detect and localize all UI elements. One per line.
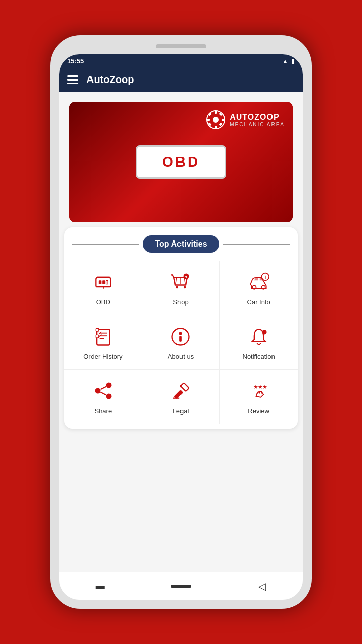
svg-rect-13 — [106, 280, 108, 284]
svg-point-16 — [176, 286, 179, 289]
svg-rect-15 — [97, 276, 110, 278]
svg-point-38 — [95, 388, 100, 394]
order-history-icon — [91, 325, 115, 349]
svg-point-1 — [213, 117, 219, 123]
grid-item-order-history[interactable]: Order History — [64, 315, 142, 370]
svg-point-39 — [106, 394, 111, 399]
grid-item-obd[interactable]: OBD — [64, 261, 142, 315]
shop-icon: ♥ — [168, 270, 193, 294]
svg-point-37 — [106, 383, 111, 388]
nav-recent-icon — [96, 581, 105, 591]
activities-title-badge: Top Activities — [143, 235, 219, 253]
obd-icon — [91, 270, 115, 294]
legal-label: Legal — [173, 407, 189, 415]
svg-rect-4 — [207, 119, 210, 121]
banner[interactable]: AUTOZOOP MECHANIC AREA OBD — [69, 102, 293, 222]
battery-icon — [291, 57, 295, 65]
svg-line-41 — [100, 392, 106, 395]
grid-item-share[interactable]: Share — [64, 370, 142, 424]
svg-rect-6 — [208, 112, 212, 116]
obd-underline — [166, 179, 196, 180]
activities-header: Top Activities — [64, 227, 298, 261]
share-icon — [91, 379, 115, 403]
about-us-label: About us — [168, 353, 194, 360]
phone-speaker — [156, 44, 206, 48]
svg-rect-3 — [215, 126, 217, 129]
main-content: AUTOZOOP MECHANIC AREA OBD Top Activitie… — [59, 92, 303, 572]
obd-banner-button[interactable]: OBD — [136, 145, 226, 179]
obd-label: OBD — [96, 298, 110, 306]
top-bar: AutoZoop — [59, 68, 303, 92]
activities-card: Top Activities — [64, 227, 298, 429]
order-history-label: Order History — [83, 353, 122, 360]
notification-label: Notification — [243, 353, 275, 360]
status-bar: 15:55 — [59, 54, 303, 68]
svg-rect-2 — [215, 111, 217, 114]
app-title: AutoZoop — [86, 74, 134, 86]
wifi-icon — [282, 57, 288, 65]
car-info-icon: i — [247, 270, 271, 294]
grid-item-car-info[interactable]: i Car Info — [220, 261, 298, 315]
activities-grid: OBD — [64, 261, 298, 424]
svg-rect-31 — [96, 329, 99, 332]
grid-item-notification[interactable]: Notification — [220, 315, 298, 370]
svg-rect-43 — [180, 383, 189, 391]
car-info-label: Car Info — [247, 298, 270, 306]
share-label: Share — [94, 407, 112, 415]
nav-home-button[interactable] — [171, 576, 191, 596]
svg-rect-11 — [99, 280, 102, 284]
header-line-left — [72, 244, 139, 245]
svg-point-34 — [179, 332, 183, 335]
legal-icon — [168, 379, 193, 403]
nav-back-icon — [258, 580, 266, 592]
nav-home-icon — [171, 585, 191, 588]
banner-logo: AUTOZOOP MECHANIC AREA — [206, 110, 285, 130]
header-line-right — [223, 244, 290, 245]
svg-line-40 — [100, 387, 106, 390]
svg-rect-5 — [222, 119, 225, 121]
nav-back-button[interactable] — [252, 576, 272, 596]
gear-logo-icon — [206, 110, 226, 130]
grid-item-shop[interactable]: ♥ Shop — [142, 261, 220, 315]
svg-rect-32 — [96, 335, 99, 338]
banner-brand: AUTOZOOP — [230, 113, 279, 122]
grid-item-review[interactable]: ★ ★ ★ Review — [220, 370, 298, 424]
banner-logo-text: AUTOZOOP MECHANIC AREA — [230, 113, 285, 127]
grid-item-about-us[interactable]: About us — [142, 315, 220, 370]
nav-recent-button[interactable] — [90, 576, 110, 596]
nav-bar — [59, 572, 303, 600]
svg-text:i: i — [264, 274, 266, 280]
time: 15:55 — [67, 57, 84, 65]
notification-icon — [247, 325, 271, 349]
about-us-icon — [168, 325, 193, 349]
review-icon: ★ ★ ★ — [247, 379, 271, 403]
shop-label: Shop — [173, 298, 188, 306]
phone-outer: 15:55 AutoZoop — [50, 35, 312, 609]
svg-rect-35 — [180, 336, 182, 342]
svg-rect-12 — [102, 280, 105, 284]
banner-subtitle: MECHANIC AREA — [230, 122, 285, 127]
svg-text:♥: ♥ — [185, 275, 187, 279]
phone-screen: 15:55 AutoZoop — [59, 54, 303, 600]
status-icons — [282, 57, 295, 65]
review-label: Review — [248, 407, 269, 415]
svg-rect-7 — [219, 122, 223, 126]
svg-line-18 — [176, 278, 177, 284]
grid-item-legal[interactable]: Legal — [142, 370, 220, 424]
svg-point-36 — [262, 330, 266, 334]
svg-text:★: ★ — [262, 384, 267, 390]
svg-point-17 — [184, 286, 186, 289]
hamburger-menu[interactable] — [67, 75, 78, 84]
